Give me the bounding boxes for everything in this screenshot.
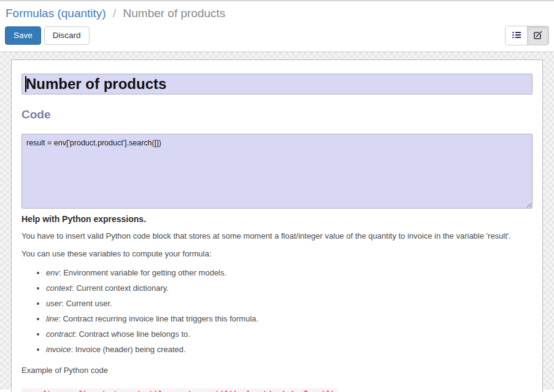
variables-intro: You can use these variables to compute y… bbox=[21, 248, 533, 259]
record-title-field bbox=[21, 74, 533, 94]
list-item: context: Current context dictionary. bbox=[46, 283, 533, 294]
variable-name: line bbox=[46, 314, 58, 323]
variable-name: env bbox=[46, 268, 59, 277]
variable-description: : Current user. bbox=[61, 299, 112, 308]
save-button[interactable]: Save bbox=[5, 26, 41, 45]
text-cursor bbox=[25, 76, 26, 92]
view-switcher bbox=[505, 26, 549, 45]
variable-description: : Environment variable for getting other… bbox=[59, 268, 226, 277]
discard-button[interactable]: Discard bbox=[44, 26, 90, 45]
example-label: Example of Python code bbox=[21, 365, 533, 376]
help-heading: Help with Python expressions. bbox=[21, 214, 533, 224]
variables-list: env: Environment variable for getting ot… bbox=[21, 267, 533, 355]
variable-description: : Invoice (header) being created. bbox=[71, 345, 185, 354]
variable-name: invoice bbox=[46, 345, 71, 354]
variable-name: contract bbox=[46, 329, 74, 339]
list-item: env: Environment variable for getting ot… bbox=[46, 267, 533, 279]
breadcrumb: Formulas (quantity) / Number of products bbox=[0, 1, 554, 24]
toolbar: Save Discard bbox=[0, 24, 554, 45]
top-header: Formulas (quantity) / Number of products… bbox=[0, 0, 554, 52]
code-input[interactable]: result = env['product.product'].search([… bbox=[21, 134, 533, 209]
variable-name: context bbox=[46, 283, 72, 293]
list-icon bbox=[512, 30, 521, 42]
help-block: Help with Python expressions. You have t… bbox=[21, 214, 533, 392]
variable-description: : Contract whose line belongs to. bbox=[74, 329, 190, 339]
list-item: user: Current user. bbox=[46, 298, 533, 310]
list-item: invoice: Invoice (header) being created. bbox=[46, 344, 533, 356]
variable-name: user bbox=[46, 299, 61, 308]
edit-icon bbox=[533, 30, 543, 42]
breadcrumb-parent-link[interactable]: Formulas (quantity) bbox=[6, 7, 106, 20]
name-input[interactable] bbox=[21, 74, 533, 94]
breadcrumb-current: Number of products bbox=[123, 7, 226, 20]
list-view-button[interactable] bbox=[506, 26, 527, 45]
variable-description: : Current context dictionary. bbox=[72, 283, 169, 293]
breadcrumb-separator: / bbox=[109, 7, 120, 20]
form-sheet: Code result = env['product.product'].sea… bbox=[11, 60, 543, 392]
variable-description: : Contract recurring invoice line that t… bbox=[58, 314, 258, 323]
list-item: contract: Contract whose line belongs to… bbox=[46, 329, 533, 340]
code-section-heading: Code bbox=[21, 108, 533, 121]
help-intro: You have to insert valid Python code blo… bbox=[21, 231, 533, 242]
list-item: line: Contract recurring invoice line th… bbox=[46, 313, 533, 325]
form-view-button[interactable] bbox=[527, 26, 548, 45]
work-area: Code result = env['product.product'].sea… bbox=[0, 52, 554, 390]
example-code: result = env['product.product'].search_c… bbox=[21, 388, 338, 392]
